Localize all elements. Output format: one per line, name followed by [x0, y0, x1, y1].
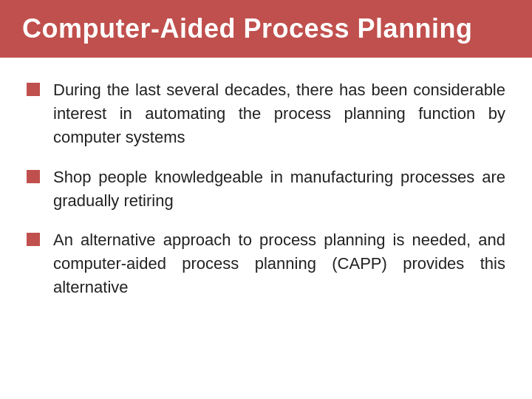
title-bar: Computer-Aided Process Planning — [0, 0, 532, 58]
bullet-icon-1 — [27, 80, 50, 96]
bullet-item-1: During the last several decades, there h… — [27, 78, 505, 149]
bullet-icon-3 — [27, 230, 50, 246]
bullet-icon-2 — [27, 167, 50, 183]
content-area: During the last several decades, there h… — [0, 58, 532, 330]
bullet-text-1: During the last several decades, there h… — [53, 78, 505, 149]
bullet-text-2: Shop people knowledgeable in manufacturi… — [53, 166, 505, 213]
bullet-square-3 — [27, 233, 40, 246]
bullet-item-3: An alternative approach to process plann… — [27, 228, 505, 299]
bullet-item-2: Shop people knowledgeable in manufacturi… — [27, 166, 505, 213]
slide-container: Computer-Aided Process Planning During t… — [0, 0, 532, 399]
bullet-text-3: An alternative approach to process plann… — [53, 228, 505, 299]
bullet-square-1 — [27, 83, 40, 96]
bullet-square-2 — [27, 170, 40, 183]
slide-title: Computer-Aided Process Planning — [22, 13, 473, 44]
